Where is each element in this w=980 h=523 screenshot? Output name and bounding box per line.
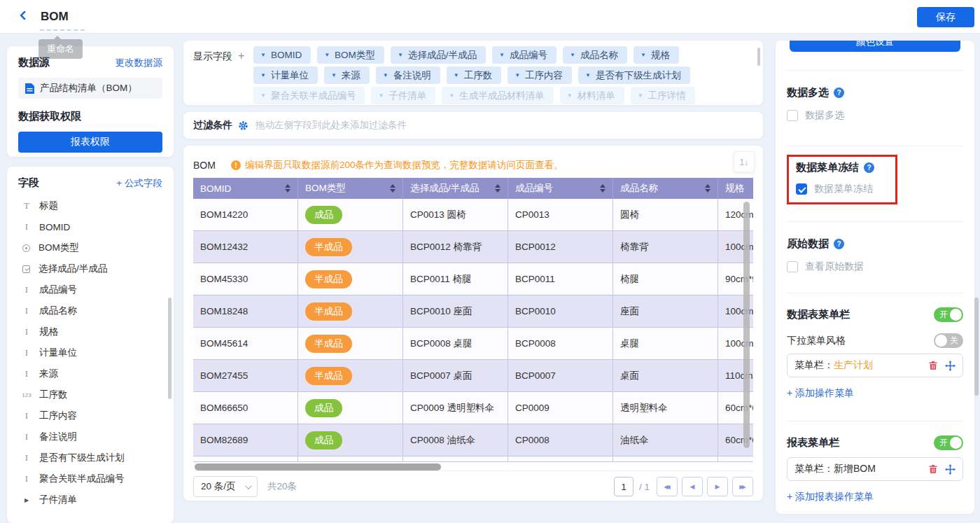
field-item[interactable]: 成品编号 (18, 279, 162, 300)
page-number-input[interactable]: 1 (614, 477, 634, 496)
table-row[interactable]: BOM66650成品CP0009 透明塑料伞CP0009透明塑料伞60cm*6 (193, 392, 753, 424)
sort-icon[interactable] (705, 184, 710, 193)
table-row[interactable]: BOM45330半成品BCP0011 椅腿BCP0011椅腿90cm*9 (193, 263, 753, 295)
table-row[interactable]: BOM14220成品CP0013 圆椅CP0013圆椅120cm* (193, 199, 753, 231)
display-field-chip[interactable]: ▼计量单位 (253, 67, 318, 84)
page-size-select[interactable]: 20 条/页 (193, 476, 258, 497)
fields-scrollbar[interactable] (168, 298, 172, 399)
display-field-chip[interactable]: ▼是否有下级生成计划 (578, 67, 690, 84)
gear-icon[interactable] (238, 120, 248, 131)
sort-icon[interactable] (495, 184, 500, 193)
delete-icon[interactable] (928, 464, 938, 474)
field-item[interactable]: 子件清单 (18, 489, 162, 510)
display-field-chip[interactable]: ▼规格 (634, 46, 679, 64)
table-vertical-scrollbar[interactable] (743, 202, 750, 448)
next-page-button[interactable]: ▶ (707, 477, 728, 496)
display-fields-scrollbar[interactable] (757, 48, 760, 66)
cell-product-name: 透明塑料伞 (613, 392, 718, 424)
table-header-cell[interactable]: BOMID (193, 178, 298, 199)
field-item[interactable]: BOMID (18, 216, 162, 237)
chip-label: 子件清单 (388, 90, 426, 102)
text-field-icon (21, 284, 32, 295)
table-header-cell[interactable]: 规格 (718, 178, 753, 199)
add-display-field-button[interactable]: + (238, 50, 244, 62)
text-field-icon (21, 368, 32, 379)
delete-icon[interactable] (928, 361, 938, 370)
raw-data-checkbox[interactable] (787, 261, 798, 272)
table-header-cell[interactable]: BOM类型 (298, 178, 403, 199)
display-field-chip: ▼工序详情 (631, 87, 695, 104)
back-icon[interactable] (21, 12, 31, 22)
field-item[interactable]: 备注说明 (18, 426, 162, 447)
sort-order-icon[interactable]: 1↓ (734, 151, 755, 172)
display-field-chip[interactable]: ▼选择成品/半成品 (391, 46, 486, 64)
field-item[interactable]: 选择成品/半成品 (18, 258, 162, 279)
scrollbar-thumb[interactable] (195, 463, 441, 470)
field-item[interactable]: BOM类型 (18, 237, 162, 258)
table-row[interactable]: BOM18248半成品BCP0010 座面BCP0010座面100cm* (193, 295, 753, 328)
field-item[interactable]: 是否有下级生成计划 (18, 447, 162, 468)
page-scrollbar[interactable] (974, 298, 979, 396)
table-row[interactable]: BOM12432半成品BCP0012 椅靠背BCP0012椅靠背100cm* (193, 231, 753, 263)
save-button[interactable]: 保存 (917, 7, 974, 27)
table-row[interactable]: BOM82689成品CP0008 油纸伞CP0008油纸伞60cm*6 (193, 424, 753, 456)
filter-dropzone-placeholder[interactable]: 拖动左侧字段到此处来添加过滤条件 (255, 119, 407, 132)
change-datasource-link[interactable]: 更改数据源 (115, 57, 163, 69)
field-item[interactable]: 标题 (18, 195, 162, 216)
table-menu-toggle[interactable]: 开 (934, 307, 963, 322)
help-icon[interactable]: ? (864, 162, 874, 173)
multi-select-checkbox[interactable] (787, 110, 798, 121)
table-row[interactable]: BOM45614半成品BCP0008 桌腿BCP0008桌腿100cm* (193, 328, 753, 360)
display-field-chip[interactable]: ▼工序数 (447, 67, 501, 84)
prev-page-button[interactable]: ◀ (682, 477, 703, 496)
first-page-button[interactable]: ◀◀ (657, 477, 678, 496)
display-field-chip[interactable]: ▼来源 (324, 67, 370, 84)
field-item[interactable]: 工序内容 (18, 405, 162, 426)
color-settings-button[interactable]: 颜色设置 (790, 41, 960, 52)
add-action-menu-link[interactable]: + 添加操作菜单 (787, 387, 963, 400)
chip-label: 工序数 (464, 69, 493, 82)
table-header-cell[interactable]: 成品名称 (613, 178, 718, 199)
datasource-item[interactable]: 产品结构清单（BOM） (18, 78, 162, 99)
title-rename-underline[interactable] (40, 28, 85, 31)
table-row[interactable]: BOM27455半成品BCP0007 桌面BCP0007桌面110cm* (193, 360, 753, 392)
menu-freeze-checkbox[interactable] (796, 183, 807, 195)
display-field-chip[interactable]: ▼成品名称 (563, 46, 627, 64)
display-field-chip[interactable]: ▼工序内容 (507, 67, 572, 84)
field-item[interactable]: 工序数 (18, 384, 162, 405)
report-permission-button[interactable]: 报表权限 (18, 132, 162, 153)
chip-label: 成品编号 (510, 49, 547, 62)
display-field-chip[interactable]: ▼BOMID (253, 46, 311, 64)
table-header-cell[interactable]: 成品编号 (508, 178, 613, 199)
move-icon[interactable] (945, 361, 955, 371)
add-report-action-menu-link[interactable]: + 添加报表操作菜单 (787, 491, 963, 503)
sort-icon[interactable] (390, 184, 396, 193)
help-icon[interactable]: ? (834, 88, 844, 98)
page-total: / 1 (639, 482, 650, 492)
dropdown-style-toggle[interactable]: 关 (934, 333, 963, 348)
report-menu-toggle[interactable]: 开 (934, 435, 963, 450)
table-header-cell[interactable]: 选择成品/半成品 (403, 178, 508, 199)
chip-label: 材料清单 (578, 90, 615, 102)
display-field-chip[interactable]: ▼BOM类型 (317, 46, 384, 64)
field-item[interactable]: 聚合关联半成品编号 (18, 468, 162, 489)
sort-icon[interactable] (600, 184, 606, 193)
field-item[interactable]: 计量单位 (18, 342, 162, 363)
help-icon[interactable]: ? (834, 239, 844, 249)
report-menu-item[interactable]: 菜单栏：新增BOM (787, 457, 963, 481)
chevron-down-icon: ▼ (449, 92, 454, 99)
field-item[interactable]: 成品名称 (18, 300, 162, 321)
chip-label: 计量单位 (271, 69, 309, 82)
fields-title: 字段 (18, 176, 39, 190)
table-menu-item[interactable]: 菜单栏：生产计划 (787, 354, 963, 377)
sort-icon[interactable] (285, 184, 290, 193)
last-page-button[interactable]: ▶▶ (732, 477, 753, 496)
display-field-chip[interactable]: ▼备注说明 (376, 67, 440, 84)
add-formula-field-link[interactable]: + 公式字段 (116, 177, 162, 190)
field-item[interactable]: 来源 (18, 363, 162, 384)
move-icon[interactable] (945, 464, 955, 475)
display-field-chip[interactable]: ▼成品编号 (492, 46, 556, 64)
field-item[interactable]: 规格 (18, 321, 162, 342)
table-horizontal-scrollbar[interactable] (193, 463, 753, 470)
chevron-down-icon: ▼ (378, 92, 384, 99)
